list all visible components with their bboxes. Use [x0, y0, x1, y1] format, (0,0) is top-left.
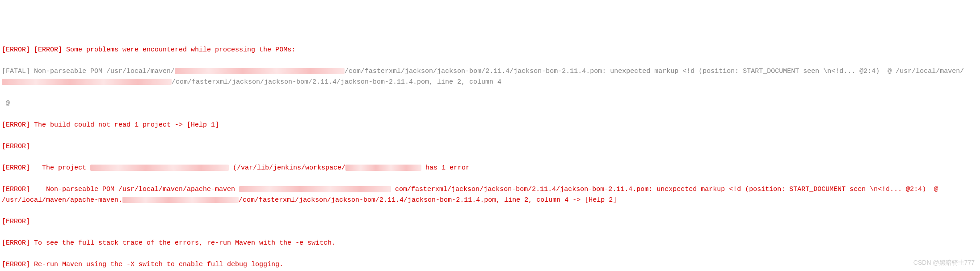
log-line: [ERROR] Non-parseable POM /usr/local/mav… [2, 184, 978, 206]
log-text: The project [30, 164, 90, 172]
log-text: /com/fasterxml/jackson/jackson-bom/2.11.… [239, 196, 617, 204]
log-text: To see the full stack trace of the error… [30, 239, 336, 247]
log-line: [FATAL] Non-parseable POM /usr/local/mav… [2, 66, 978, 88]
log-line: [ERROR] The build could not read 1 proje… [2, 120, 978, 131]
log-line: [ERROR] Re-run Maven using the -X switch… [2, 259, 978, 270]
log-line: [ERROR] [ERROR] Some problems were encou… [2, 45, 978, 55]
log-text: Re-run Maven using the -X switch to enab… [30, 261, 283, 268]
redacted-block [122, 197, 239, 203]
log-text: has 1 error [421, 164, 470, 172]
log-text: The build could not read 1 project -> [H… [30, 121, 219, 129]
redacted-block [345, 165, 421, 171]
error-tag: [ERROR] [2, 164, 30, 172]
error-tag: [ERROR] [2, 143, 30, 150]
fatal-tag: [FATAL] [2, 68, 30, 75]
log-text: (/var/lib/jenkins/workspace/ [229, 164, 345, 172]
error-tag: [ERROR] [2, 186, 30, 193]
redacted-block [90, 165, 229, 171]
log-line: [ERROR] [2, 141, 978, 152]
log-line: [ERROR] [2, 216, 978, 227]
redacted-block [239, 186, 391, 192]
log-text: Non-parseable POM /usr/local/maven/ [30, 68, 175, 75]
redacted-block [175, 68, 345, 74]
log-line: [ERROR] To see the full stack trace of t… [2, 238, 978, 249]
log-text: Some problems were encountered while pro… [62, 46, 295, 54]
log-line: @ [2, 98, 978, 109]
log-text: Non-parseable POM /usr/local/maven/apach… [30, 186, 239, 193]
error-tag: [ERROR] [2, 218, 30, 225]
error-tag: [ERROR] [34, 46, 62, 54]
log-text: /com/fasterxml/jackson/jackson-bom/2.11.… [345, 68, 964, 75]
log-text: /com/fasterxml/jackson/jackson-bom/2.11.… [172, 78, 501, 86]
redacted-block [2, 79, 172, 85]
error-tag: [ERROR] [2, 46, 30, 54]
error-tag: [ERROR] [2, 261, 30, 268]
error-tag: [ERROR] [2, 121, 30, 129]
error-tag: [ERROR] [2, 239, 30, 247]
log-line: [ERROR] The project (/var/lib/jenkins/wo… [2, 163, 978, 174]
